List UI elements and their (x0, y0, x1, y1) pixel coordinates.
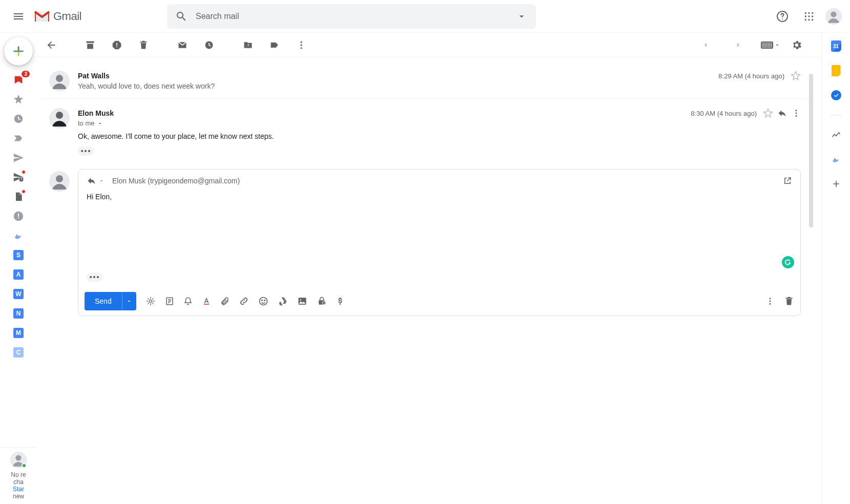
star-button[interactable] (791, 71, 801, 81)
gmail-logo[interactable]: Gmail (31, 9, 81, 24)
hangouts-start-link[interactable]: Star (2, 486, 35, 493)
nav-label-s[interactable]: S (12, 249, 25, 261)
nav-spam[interactable] (12, 210, 25, 222)
side-bird[interactable] (831, 154, 841, 164)
archive-button[interactable] (80, 35, 100, 55)
left-sidebar: 3 S A W N M C No re cha Star new (0, 33, 37, 504)
nav-starred[interactable] (12, 93, 25, 106)
svg-point-39 (300, 299, 301, 301)
nav-icons: 3 S A W N M C (12, 74, 25, 359)
svg-point-18 (15, 455, 21, 460)
svg-point-2 (805, 12, 806, 13)
tool-money-icon[interactable] (336, 296, 344, 306)
side-calendar[interactable] (831, 41, 841, 51)
nav-sent[interactable] (12, 152, 25, 164)
send-options-button[interactable] (122, 292, 136, 310)
hangouts-self-avatar[interactable] (10, 452, 27, 468)
delete-button[interactable] (133, 35, 154, 55)
tool-drive-icon[interactable] (278, 296, 288, 306)
side-tasks[interactable] (831, 90, 841, 100)
search-options-dropdown[interactable] (511, 6, 532, 27)
grammarly-icon[interactable] (782, 256, 794, 268)
nav-label-n[interactable]: N (12, 307, 25, 320)
send-button[interactable]: Send (85, 292, 122, 310)
svg-point-42 (770, 298, 771, 299)
tool-formatting-icon[interactable] (202, 297, 211, 306)
tool-emoji-icon[interactable] (258, 296, 268, 306)
report-spam-button[interactable] (107, 35, 127, 55)
nav-label-m[interactable]: M (12, 327, 25, 339)
back-button[interactable] (41, 35, 61, 55)
side-add-button[interactable] (831, 179, 841, 189)
sender-avatar (49, 71, 70, 91)
thread-toolbar (37, 33, 821, 57)
hangouts-text-2: cha (2, 478, 35, 486)
star-button[interactable] (763, 108, 773, 118)
tool-templates-icon[interactable] (165, 297, 174, 306)
hangouts-section: No re cha Star new (0, 447, 37, 504)
nav-drafts[interactable] (12, 191, 25, 203)
nav-label-a[interactable]: A (12, 268, 25, 281)
move-to-button[interactable] (238, 35, 258, 55)
tool-loom-icon[interactable] (146, 296, 156, 306)
send-button-group: Send (85, 292, 136, 310)
nav-label-bird-1[interactable] (12, 229, 25, 242)
recipients-summary[interactable]: to me (78, 119, 801, 127)
snooze-button[interactable] (199, 35, 219, 55)
tool-reminder-icon[interactable] (183, 297, 193, 306)
side-keep[interactable] (831, 66, 841, 76)
message-collapsed[interactable]: Pat Walls 8:29 AM (4 hours ago) Yeah, wo… (41, 61, 809, 99)
compose-button[interactable] (4, 37, 33, 66)
older-button[interactable] (728, 35, 749, 55)
nav-inbox[interactable]: 3 (12, 74, 25, 86)
main-menu-button[interactable] (6, 4, 31, 29)
scrollbar-thumb[interactable] (809, 74, 813, 227)
body: 3 S A W N M C No re cha Star new (0, 33, 850, 504)
side-analytics[interactable] (831, 130, 841, 140)
tool-attach-icon[interactable] (220, 297, 230, 306)
message-snippet: Yeah, would love to, does next week work… (78, 82, 801, 90)
svg-point-9 (808, 19, 810, 20)
search-input[interactable] (192, 12, 511, 21)
tool-link-icon[interactable] (239, 296, 249, 306)
header: Gmail (0, 0, 850, 33)
nav-important[interactable] (12, 132, 25, 144)
support-icon[interactable] (772, 6, 793, 27)
compose-box: Elon Musk (trypigeondemo@gmail.com) Hi E… (78, 169, 801, 316)
nav-label-c[interactable]: C (12, 346, 25, 359)
show-trimmed-button[interactable]: ••• (78, 146, 94, 156)
nav-label-w[interactable]: W (12, 288, 25, 300)
more-button[interactable] (291, 35, 312, 55)
settings-button[interactable] (786, 35, 807, 55)
nav-snoozed[interactable] (12, 113, 25, 125)
reply-button[interactable] (777, 108, 787, 118)
tool-image-icon[interactable] (297, 296, 307, 306)
nav-scheduled[interactable] (12, 171, 25, 183)
svg-point-21 (300, 44, 302, 46)
tool-confidential-icon[interactable] (317, 296, 327, 306)
newer-button[interactable] (695, 35, 716, 55)
apps-icon[interactable] (799, 6, 819, 27)
discard-draft-button[interactable] (784, 296, 794, 306)
message-more-button[interactable] (792, 109, 801, 118)
message-time: 8:29 AM (4 hours ago) (718, 72, 784, 80)
sender-name: Pat Walls (78, 72, 110, 80)
svg-point-29 (796, 115, 797, 117)
svg-point-7 (812, 15, 813, 17)
svg-point-5 (805, 15, 806, 17)
presence-indicator (22, 463, 27, 468)
account-avatar[interactable] (825, 8, 842, 25)
reply-type-button[interactable] (87, 176, 104, 186)
mark-unread-button[interactable] (172, 35, 193, 55)
search-bar[interactable] (167, 4, 536, 29)
show-trimmed-compose[interactable]: ••• (87, 272, 103, 282)
popout-button[interactable] (783, 176, 792, 185)
compose-more-button[interactable] (765, 297, 775, 306)
svg-point-10 (812, 19, 813, 20)
compose-recipients[interactable]: Elon Musk (trypigeondemo@gmail.com) (112, 177, 783, 185)
compose-body[interactable]: Hi Elon, (78, 191, 800, 272)
input-tools-button[interactable] (761, 41, 780, 49)
labels-button[interactable] (264, 35, 285, 55)
message-expanded: Elon Musk 8:30 AM (4 hours ago) to me Ok… (41, 99, 809, 163)
search-icon[interactable] (171, 6, 192, 27)
